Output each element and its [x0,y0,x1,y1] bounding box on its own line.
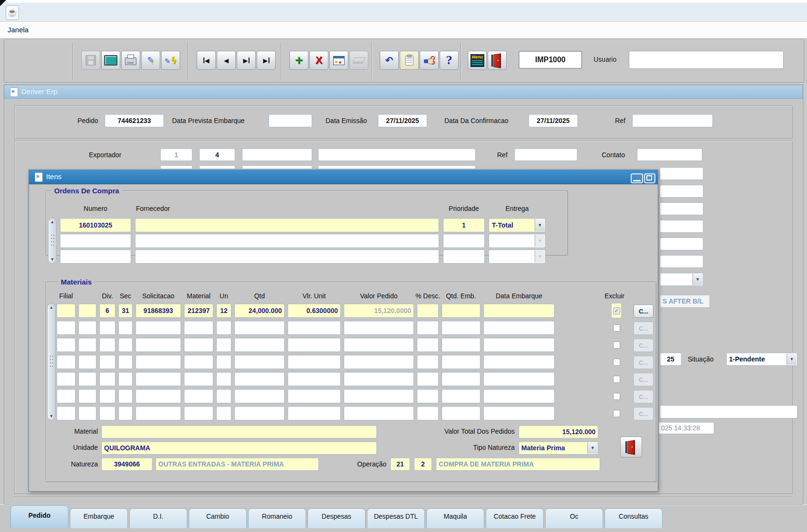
execute-button[interactable]: ✎ϟ [161,51,180,70]
dialog-exit-button[interactable] [620,437,642,457]
clear-button[interactable] [349,51,368,70]
itens-titlebar[interactable]: Itens [29,170,658,184]
qtd-emb-cell[interactable] [442,389,480,403]
print-button[interactable] [121,51,140,70]
checkbox-checked-icon[interactable]: ✔ [613,307,620,314]
data-embarque-cell[interactable] [483,372,555,386]
usuario-input[interactable] [629,51,784,69]
materiais-scrollbar[interactable]: ▲ ▼ [47,304,56,420]
tab-despesas-dtl[interactable]: Despesas DTL [367,508,425,528]
last-record-button[interactable]: ▶ [257,51,276,70]
entrega-combo[interactable]: T-Total▼ [489,218,546,232]
natureza-code-field[interactable]: 3949066 [101,457,153,471]
sec-cell[interactable] [118,406,133,420]
tab-cotacao-frete[interactable]: Cotacao Frete [486,508,544,528]
chevron-down-icon[interactable]: ▼ [535,219,545,231]
screen-button[interactable] [101,51,120,70]
numero-cell[interactable]: 160103025 [60,218,131,232]
desc-cell[interactable] [417,321,439,335]
solicitacao-cell[interactable] [135,389,181,403]
checkbox-icon[interactable] [613,324,620,332]
fornecedor-cell[interactable] [135,234,439,248]
side-field[interactable] [660,220,703,233]
insert-record-button[interactable]: + [289,51,308,70]
qtd-emb-cell[interactable] [442,406,480,420]
un-cell[interactable]: 12 [216,304,231,318]
date-fragment-field[interactable]: 25 [660,352,682,366]
side-long-field[interactable] [660,405,797,418]
situacao-combo[interactable]: 1-Pendente▼ [726,352,797,366]
div-cell[interactable]: 6 [99,304,115,318]
filial-cell-2[interactable] [78,321,96,335]
material-cell[interactable] [184,372,213,386]
help-button[interactable]: ? [440,51,459,70]
paste-button[interactable] [400,51,419,70]
sec-cell[interactable] [118,321,133,335]
operacao-field-1[interactable]: 21 [390,457,410,471]
c-button[interactable]: C... [634,304,653,318]
scroll-down-icon[interactable]: ▼ [49,414,54,418]
side-field[interactable] [660,185,703,198]
un-cell[interactable] [216,406,231,420]
vlr-unit-cell[interactable]: 0.6300000 [288,304,341,318]
filial-cell[interactable] [57,372,76,386]
scroll-up-icon[interactable]: ▲ [50,220,55,224]
solicitacao-cell[interactable] [135,321,181,335]
un-cell[interactable] [216,321,231,335]
exit-button[interactable] [488,51,507,70]
filial-cell-2[interactable] [78,389,96,403]
solicitacao-cell[interactable] [135,406,181,420]
menu-button[interactable]: Menu [468,51,487,70]
scroll-thumb[interactable] [49,355,54,369]
data-embarque-cell[interactable] [483,355,555,369]
qtd-emb-cell[interactable] [442,372,480,386]
filial-cell[interactable] [57,406,76,420]
minimize-icon[interactable] [631,173,643,183]
scroll-thumb[interactable] [50,234,55,247]
tab-maquila[interactable]: Maquila [426,508,484,528]
side-field[interactable] [660,167,703,180]
filial-cell[interactable] [57,338,76,352]
qtd-emb-cell[interactable] [442,304,480,318]
checkbox-icon[interactable] [613,376,620,383]
qtd-cell[interactable] [234,389,285,403]
qtd-cell[interactable] [234,372,285,386]
sec-cell[interactable] [118,355,133,369]
data-confirmacao-field[interactable]: 27/11/2025 [528,114,578,127]
tab-oc[interactable]: Oc [545,508,603,528]
query-button[interactable] [329,51,348,70]
checkbox-icon[interactable] [613,359,620,366]
qtd-cell[interactable] [234,406,285,420]
desc-cell[interactable] [417,372,439,386]
first-record-button[interactable]: ◀ [197,51,216,70]
pedido-field[interactable]: 744621233 [105,114,164,127]
material-cell[interactable] [184,321,213,335]
data-embarque-cell[interactable] [483,389,555,403]
material-field[interactable] [101,425,377,438]
tab-cambio[interactable]: Cambio [189,508,247,528]
vlr-unit-cell[interactable] [288,338,341,352]
solicitacao-cell[interactable] [135,355,181,369]
checkbox-icon[interactable] [613,342,620,349]
data-embarque-cell[interactable] [483,321,555,335]
material-cell[interactable] [184,389,213,403]
filial-cell-2[interactable] [78,338,96,352]
tab-consultas[interactable]: Consultas [605,508,663,528]
sec-cell[interactable]: 31 [118,304,133,318]
audit-button[interactable] [420,51,439,70]
entrega-combo[interactable]: ▼ [489,234,546,248]
div-cell[interactable] [99,355,115,369]
desc-cell[interactable] [417,406,439,420]
fornecedor-cell[interactable] [135,249,439,264]
un-cell[interactable] [216,355,231,369]
chevron-down-icon[interactable]: ▼ [692,274,702,285]
sec-cell[interactable] [118,372,133,386]
div-cell[interactable] [99,338,115,352]
tab-embarque[interactable]: Embarque [70,508,128,528]
material-cell[interactable] [184,338,213,352]
qtd-cell[interactable] [234,338,285,352]
filial-cell[interactable] [57,304,76,318]
delete-record-button[interactable]: X [309,51,328,70]
numero-cell[interactable] [60,234,131,248]
data-embarque-cell[interactable] [483,338,555,352]
